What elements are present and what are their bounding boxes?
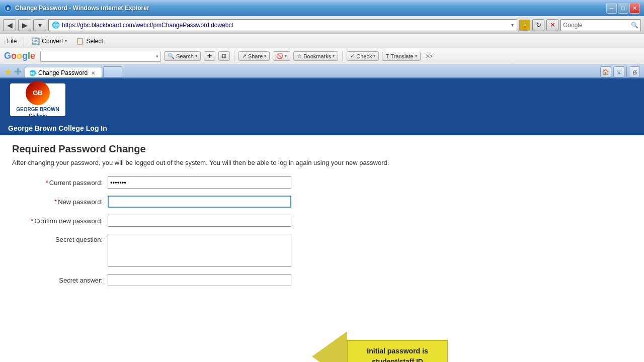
form-area: Required Password Change After changing …	[0, 135, 644, 301]
layout-icon: ⊞	[222, 53, 226, 59]
google-bookmarks-button[interactable]: ☆ Bookmarks ▾	[293, 51, 338, 61]
share-dropdown-arrow: ▾	[264, 54, 266, 58]
google-search-box[interactable]: Google 🔍	[560, 19, 641, 31]
select-icon: 📋	[76, 37, 84, 45]
feed-button[interactable]: 📡	[613, 66, 624, 77]
search-icon: 🔍	[168, 53, 175, 59]
google-search-dropdown[interactable]: ▾	[156, 54, 158, 59]
google-translate-button[interactable]: T Translate ▾	[382, 52, 420, 61]
logo-circle: GB	[26, 81, 50, 105]
print-button[interactable]: 🖨	[629, 66, 640, 77]
add-favorites-icon[interactable]: ✚	[14, 66, 22, 77]
current-password-input[interactable]	[108, 176, 291, 189]
current-password-row: *Current password:	[12, 176, 632, 189]
window-controls: ─ □ ✕	[606, 3, 640, 14]
google-check-button[interactable]: ✓ Check ▾	[347, 51, 379, 61]
address-dropdown-arrow[interactable]: ▾	[511, 22, 514, 28]
title-bar: e Change Password - Windows Internet Exp…	[0, 0, 644, 16]
page-header: George Brown College Log In	[0, 121, 644, 135]
bookmarks-icon: ☆	[297, 53, 302, 59]
required-star-3: *	[31, 217, 33, 225]
nav-dropdown[interactable]: ▾	[33, 19, 46, 31]
share-icon: ↗	[242, 53, 247, 59]
tabs-sep	[626, 67, 627, 77]
form-description: After changing your password, you will b…	[12, 159, 632, 166]
bookmarks-dropdown-arrow: ▾	[333, 54, 335, 58]
select-button[interactable]: 📋 Select	[73, 36, 106, 46]
college-banner: GB GEORGE BROWNCollege	[0, 78, 644, 121]
page-icon: 🌐	[52, 21, 60, 29]
secret-question-row: Secret question:	[12, 234, 632, 267]
menu-toolbar: File 🔄 Convert ▾ 📋 Select	[0, 34, 644, 48]
ssl-lock-icon: 🔒	[519, 20, 530, 31]
favorites-star-icon[interactable]: ★	[4, 66, 12, 77]
close-button[interactable]: ✕	[629, 3, 640, 14]
current-password-label: *Current password:	[12, 179, 103, 187]
google-layout-button[interactable]: ⊞	[218, 51, 230, 61]
maximize-button[interactable]: □	[618, 3, 628, 14]
toolbar-separator-1	[24, 37, 24, 46]
address-input-wrap[interactable]: 🌐 https://gbc.blackboard.com/webct/pmCha…	[48, 19, 517, 31]
more-tools-button[interactable]: >>	[426, 53, 433, 60]
page-header-text: George Brown College Log In	[8, 124, 107, 132]
ie-icon: e	[4, 4, 12, 12]
google-toolbar-sep-1	[234, 51, 234, 61]
tab-icon: 🌐	[29, 70, 36, 76]
tab-change-password[interactable]: 🌐 Change Password ✕	[25, 67, 102, 77]
confirm-password-label: *Confirm new password:	[12, 217, 103, 225]
required-star-1: *	[46, 179, 48, 187]
convert-icon: 🔄	[31, 37, 40, 45]
convert-dropdown-arrow: ▾	[65, 39, 67, 43]
home-button[interactable]: 🏠	[600, 66, 611, 77]
block-icon: 🚫	[276, 53, 283, 59]
new-tab-button[interactable]	[103, 66, 122, 77]
google-logo: Google	[4, 51, 35, 61]
confirm-password-input[interactable]	[108, 215, 291, 227]
logo-text: GEORGE BROWNCollege	[16, 106, 59, 119]
search-dropdown-arrow: ▾	[195, 54, 197, 58]
google-add-button[interactable]: ✚	[204, 51, 215, 61]
tooltip-container: Initial password is student/staff ID	[312, 331, 448, 362]
minimize-button[interactable]: ─	[606, 3, 617, 14]
form-title: Required Password Change	[12, 143, 632, 155]
google-search-text: Google	[563, 22, 631, 29]
file-menu[interactable]: File	[4, 37, 20, 46]
refresh-button[interactable]: ↻	[532, 19, 544, 31]
translate-dropdown-arrow: ▾	[415, 54, 417, 58]
tooltip-arrow	[312, 331, 347, 362]
logo-letters: GB	[33, 89, 43, 97]
required-star-2: *	[54, 198, 57, 206]
back-button[interactable]: ◀	[3, 19, 16, 31]
google-share-button[interactable]: ↗ Share ▾	[238, 51, 270, 61]
new-password-label: *New password:	[12, 198, 103, 206]
stop-button[interactable]: ✕	[546, 19, 558, 31]
forward-button[interactable]: ▶	[18, 19, 31, 31]
check-icon: ✓	[350, 53, 355, 59]
new-password-input[interactable]	[108, 196, 291, 208]
tabs-right-buttons: 🏠 📡 🖨	[600, 66, 640, 77]
google-toolbar-search-box[interactable]: ▾	[40, 51, 161, 62]
google-toolbar: Google ▾ 🔍 Search ▾ ✚ ⊞ ↗ Share ▾ 🚫 ▾ ☆ …	[0, 48, 644, 64]
translate-icon: T	[385, 53, 389, 59]
new-password-row: *New password:	[12, 196, 632, 208]
tab-close-button[interactable]: ✕	[90, 69, 97, 76]
college-logo: GB GEORGE BROWNCollege	[10, 83, 65, 116]
tabs-bar: ★ ✚ 🌐 Change Password ✕ 🏠 📡 🖨	[0, 64, 644, 78]
google-search-button[interactable]: 🔍 Search ▾	[164, 51, 201, 61]
add-icon: ✚	[207, 53, 212, 59]
secret-question-label: Secret question:	[12, 234, 103, 243]
secret-answer-input[interactable]	[108, 274, 291, 286]
google-block-button[interactable]: 🚫 ▾	[273, 51, 290, 61]
secret-answer-row: Secret answer:	[12, 274, 632, 286]
google-search-icon: 🔍	[631, 22, 638, 29]
confirm-password-row: *Confirm new password:	[12, 215, 632, 227]
tooltip-box: Initial password is student/staff ID	[347, 340, 448, 362]
check-dropdown-arrow: ▾	[373, 54, 375, 58]
google-toolbar-sep-2	[342, 51, 343, 61]
title-bar-text: Change Password - Windows Internet Explo…	[15, 5, 149, 12]
address-text: https://gbc.blackboard.com/webct/pmChang…	[62, 22, 511, 29]
convert-button[interactable]: 🔄 Convert ▾	[28, 36, 70, 46]
secret-answer-label: Secret answer:	[12, 277, 103, 284]
secret-question-input[interactable]	[108, 234, 291, 267]
address-bar: ◀ ▶ ▾ 🌐 https://gbc.blackboard.com/webct…	[0, 16, 644, 34]
